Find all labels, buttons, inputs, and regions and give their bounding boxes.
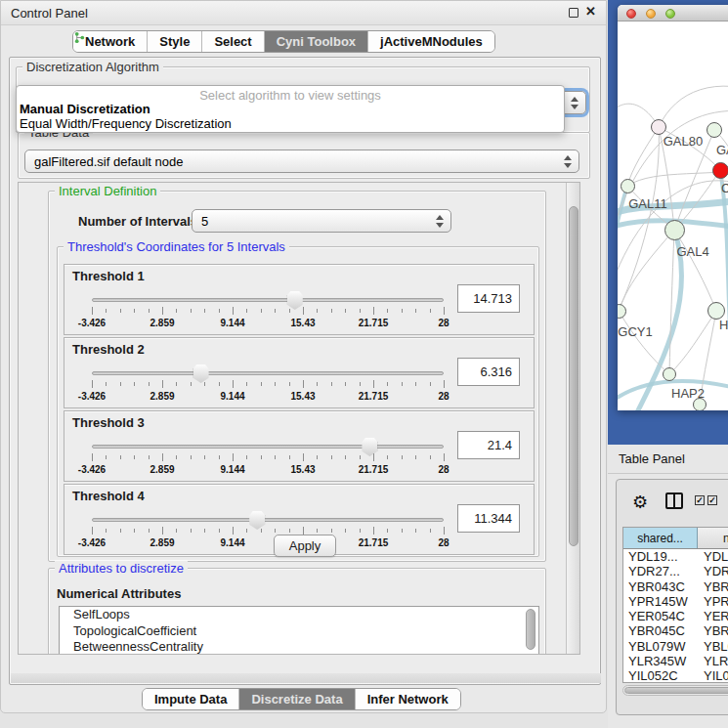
threshold-slider[interactable]: -3.4262.8599.14415.4321.71528 [92, 508, 444, 553]
slider-track[interactable] [92, 518, 444, 522]
tab-label: Network [85, 34, 135, 49]
network-node[interactable] [651, 119, 666, 135]
tab-style[interactable]: Style [148, 31, 202, 52]
tab-select[interactable]: Select [202, 31, 264, 52]
tab-infer-network[interactable]: Infer Network [356, 689, 460, 709]
group-title: Interval Definition [55, 184, 160, 198]
list-scrollbar[interactable] [524, 608, 537, 653]
threshold-label: Threshold 4 [72, 489, 145, 503]
zoom-traffic-light-icon[interactable] [665, 9, 675, 19]
float-window-icon[interactable] [569, 8, 578, 18]
network-node[interactable] [664, 220, 685, 240]
combo-value: 5 [201, 214, 208, 229]
column-header-name[interactable]: na [698, 528, 728, 548]
threshold-slider[interactable]: -3.4262.8599.14415.4321.71528 [92, 362, 444, 407]
network-edges [618, 21, 728, 410]
network-graph-icon [73, 31, 86, 44]
network-node[interactable] [663, 367, 676, 381]
gear-icon[interactable]: ⚙ [632, 492, 648, 513]
tab-impute-data[interactable]: Impute Data [143, 689, 239, 709]
table-window: ⚙ ✓ ✓ shared... na YDL19...YDL1 YDR27...… [616, 479, 728, 715]
threshold-value-field[interactable]: 6.316 [457, 358, 520, 386]
threshold-label: Threshold 3 [72, 415, 145, 430]
slider-track[interactable] [92, 445, 444, 449]
window-title: Control Panel [11, 6, 88, 21]
network-node[interactable] [707, 122, 722, 138]
apply-button[interactable]: Apply [274, 535, 336, 557]
slider-tick-labels: -3.4262.8599.14415.4321.71528 [92, 537, 444, 549]
tab-label: Cyni Toolbox [277, 34, 356, 49]
close-traffic-light-icon[interactable] [626, 9, 636, 19]
dropdown-item-equal-width-frequency[interactable]: Equal Width/Frequency Discretization [17, 116, 564, 131]
network-node[interactable] [712, 162, 728, 179]
table-panel-header: Table Panel [608, 445, 728, 474]
threshold-value-field[interactable]: 11.344 [457, 504, 520, 533]
threshold-value-field[interactable]: 21.4 [457, 431, 520, 459]
slider-tick-labels: -3.4262.8599.14415.4321.71528 [92, 391, 444, 403]
slider-ticks [92, 453, 444, 462]
network-canvas[interactable]: GAL80GACGAL11GAL4GCY1HHAP2 [618, 21, 728, 410]
tab-discretize-data[interactable]: Discretize Data [239, 689, 355, 709]
node-attribute-table: shared... na YDL19...YDL1 YDR27...YDR2 Y… [622, 527, 728, 683]
table-row[interactable]: YDR27...YDR2 [623, 564, 728, 578]
tab-network[interactable]: Network [73, 31, 148, 52]
checkbox-checked-icon[interactable]: ✓ [707, 495, 717, 505]
column-header-shared[interactable]: shared... [623, 528, 698, 548]
settings-scroll-pane: Interval Definition Number of Intervals … [18, 182, 580, 655]
threshold-slider[interactable]: -3.4262.8599.14415.4321.71528 [92, 288, 444, 333]
table-toolbar: ⚙ ✓ ✓ [617, 480, 728, 523]
combo-stepper-icon [435, 214, 444, 229]
horizontal-scrollbar[interactable] [622, 685, 728, 696]
dropdown-item-manual-discretization[interactable]: Manual Discretization [17, 102, 564, 116]
top-tab-bar: Network Style Select Cyni Toolbox jActiv… [72, 30, 495, 53]
slider-tick-labels: -3.4262.8599.14415.4321.71528 [92, 318, 444, 329]
network-node-label: H [719, 318, 728, 332]
network-node-label: GAL4 [676, 244, 708, 259]
list-item[interactable]: SelfLoops [60, 607, 538, 623]
scrollbar-thumb[interactable] [526, 609, 535, 650]
pane-scrollbar[interactable] [566, 183, 579, 654]
list-item[interactable]: TopologicalCoefficient [60, 623, 538, 640]
table-row[interactable]: YBL079WYBL0 [623, 639, 728, 654]
slider-track[interactable] [92, 371, 444, 375]
table-row[interactable]: YBR045CYBR0 [623, 623, 728, 638]
list-item[interactable]: BetweennessCentrality [60, 639, 538, 655]
network-node[interactable] [621, 179, 635, 193]
slider-ticks [92, 307, 444, 316]
interval-definition-group: Interval Definition Number of Intervals … [48, 191, 546, 562]
panel-bottom-strip [11, 673, 601, 683]
network-node[interactable] [618, 304, 626, 319]
network-node-label: C [721, 181, 728, 195]
checkbox-checked-icon[interactable]: ✓ [695, 495, 705, 505]
slider-tick-labels: -3.4262.8599.14415.4321.71528 [92, 464, 444, 476]
table-row[interactable]: YIL052CYIL0 [623, 668, 728, 683]
minimize-traffic-light-icon[interactable] [646, 9, 656, 19]
network-node-label: HAP2 [671, 386, 705, 401]
table-panel-title: Table Panel [619, 451, 685, 466]
threshold-slider[interactable]: -3.4262.8599.14415.4321.71528 [92, 435, 444, 480]
table-row[interactable]: YBR043CYBR0 [623, 579, 728, 594]
table-row[interactable]: YER054CYER0 [623, 609, 728, 623]
split-columns-icon[interactable] [665, 492, 683, 509]
table-row[interactable]: YDL19...YDL1 [623, 549, 728, 564]
threshold-1-panel: Threshold 1 -3.4262.8599.14415.4321.7152… [64, 264, 535, 335]
tab-cyni-toolbox[interactable]: Cyni Toolbox [265, 31, 368, 52]
close-icon[interactable]: ✕ [585, 4, 596, 19]
scrollbar-thumb[interactable] [569, 206, 578, 546]
network-node-label: GAL80 [664, 134, 703, 149]
control-panel-titlebar: Control Panel ✕ [1, 1, 606, 25]
table-row[interactable]: YLR345WYLR3 [623, 654, 728, 668]
tab-label: Style [159, 34, 190, 49]
tab-jactivemnodules[interactable]: jActiveMNodules [368, 31, 494, 52]
network-node-label: GA [716, 143, 728, 157]
table-row[interactable]: YPR145WYPR1 [623, 594, 728, 609]
table-data-combobox[interactable]: galFiltered.sif default node [24, 150, 579, 173]
combo-stepper-icon [570, 96, 578, 110]
dropdown-prompt: Select algorithm to view settings [17, 86, 564, 102]
number-of-intervals-combobox[interactable]: 5 [192, 209, 451, 233]
group-title: Attributes to discretize [55, 561, 188, 576]
group-title: Threshold's Coordinates for 5 Intervals [64, 239, 289, 254]
scrollbar-thumb[interactable] [624, 687, 728, 694]
slider-track[interactable] [92, 298, 444, 302]
threshold-value-field[interactable]: 14.713 [457, 284, 520, 313]
